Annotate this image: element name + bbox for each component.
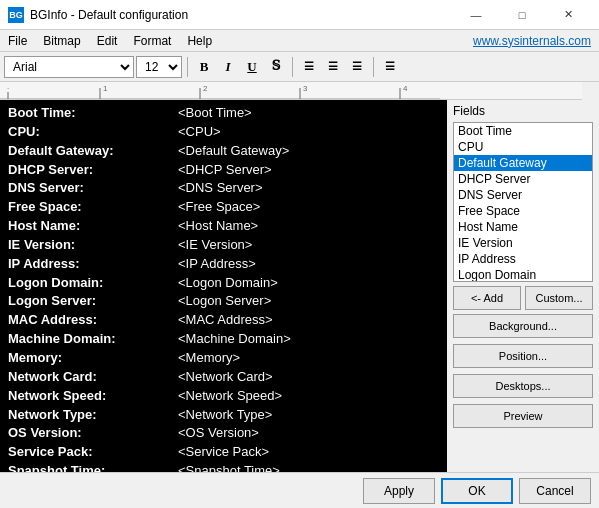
canvas-value: <Network Speed> <box>178 387 282 406</box>
titlebar: BG BGInfo - Default configuration — □ ✕ <box>0 0 599 30</box>
bold-button[interactable]: B <box>193 56 215 78</box>
canvas-value: <DHCP Server> <box>178 161 272 180</box>
close-button[interactable]: ✕ <box>545 0 591 30</box>
field-item[interactable]: CPU <box>454 139 592 155</box>
canvas-label: Machine Domain: <box>8 330 178 349</box>
canvas-line: Network Speed:<Network Speed> <box>8 387 439 406</box>
canvas-label: Logon Domain: <box>8 274 178 293</box>
app-icon-label: BG <box>9 10 23 20</box>
italic-button[interactable]: I <box>217 56 239 78</box>
svg-text:1: 1 <box>103 84 108 93</box>
fields-list[interactable]: Boot TimeCPUDefault GatewayDHCP ServerDN… <box>453 122 593 282</box>
size-selector[interactable]: 12 <box>136 56 182 78</box>
canvas-value: <Logon Domain> <box>178 274 278 293</box>
field-item[interactable]: Host Name <box>454 219 592 235</box>
field-item[interactable]: IP Address <box>454 251 592 267</box>
cancel-button[interactable]: Cancel <box>519 478 591 504</box>
strikethrough-button[interactable]: 𝕊 <box>265 56 287 78</box>
menubar: File Bitmap Edit Format Help www.sysinte… <box>0 30 599 52</box>
canvas-line: Service Pack:<Service Pack> <box>8 443 439 462</box>
canvas-value: <Logon Server> <box>178 292 271 311</box>
right-panel: Fields Boot TimeCPUDefault GatewayDHCP S… <box>447 100 599 472</box>
align-left-button[interactable]: ☰ <box>298 56 320 78</box>
apply-button[interactable]: Apply <box>363 478 435 504</box>
canvas-line: Memory:<Memory> <box>8 349 439 368</box>
canvas-label: Boot Time: <box>8 104 178 123</box>
font-selector[interactable]: Arial <box>4 56 134 78</box>
canvas-label: Network Card: <box>8 368 178 387</box>
align-center-button[interactable]: ☰ <box>322 56 344 78</box>
desktops-button[interactable]: Desktops... <box>453 374 593 398</box>
canvas-label: Logon Server: <box>8 292 178 311</box>
canvas-line: Machine Domain:<Machine Domain> <box>8 330 439 349</box>
add-custom-row: <- Add Custom... <box>453 286 593 310</box>
align-right-button[interactable]: ☰ <box>346 56 368 78</box>
canvas-value: <Default Gateway> <box>178 142 289 161</box>
canvas-line: MAC Address:<MAC Address> <box>8 311 439 330</box>
toolbar-separator-2 <box>292 57 293 77</box>
custom-button[interactable]: Custom... <box>525 286 593 310</box>
canvas-value: <Machine Domain> <box>178 330 291 349</box>
canvas-line: CPU:<CPU> <box>8 123 439 142</box>
add-button[interactable]: <- Add <box>453 286 521 310</box>
canvas-line: DHCP Server:<DHCP Server> <box>8 161 439 180</box>
window-title: BGInfo - Default configuration <box>30 8 453 22</box>
field-item[interactable]: Boot Time <box>454 123 592 139</box>
canvas-line: Host Name:<Host Name> <box>8 217 439 236</box>
minimize-button[interactable]: — <box>453 0 499 30</box>
field-item[interactable]: Free Space <box>454 203 592 219</box>
bottom-bar: Apply OK Cancel <box>0 472 599 508</box>
field-item[interactable]: Default Gateway <box>454 155 592 171</box>
canvas-value: <DNS Server> <box>178 179 263 198</box>
canvas-line: Snapshot Time:<Snapshot Time> <box>8 462 439 472</box>
canvas-value: <Service Pack> <box>178 443 269 462</box>
canvas-label: OS Version: <box>8 424 178 443</box>
field-item[interactable]: DHCP Server <box>454 171 592 187</box>
canvas-line: IE Version:<IE Version> <box>8 236 439 255</box>
canvas-label: Service Pack: <box>8 443 178 462</box>
canvas-line: IP Address:<IP Address> <box>8 255 439 274</box>
canvas-line: Logon Server:<Logon Server> <box>8 292 439 311</box>
canvas-label: DHCP Server: <box>8 161 178 180</box>
canvas-label: IP Address: <box>8 255 178 274</box>
canvas-line: Default Gateway:<Default Gateway> <box>8 142 439 161</box>
menu-edit[interactable]: Edit <box>89 30 126 51</box>
menu-format[interactable]: Format <box>125 30 179 51</box>
canvas-label: CPU: <box>8 123 178 142</box>
canvas-line: DNS Server:<DNS Server> <box>8 179 439 198</box>
maximize-button[interactable]: □ <box>499 0 545 30</box>
svg-text:2: 2 <box>203 84 208 93</box>
canvas-value: <Snapshot Time> <box>178 462 280 472</box>
ok-button[interactable]: OK <box>441 478 513 504</box>
canvas-label: Default Gateway: <box>8 142 178 161</box>
canvas-label: Network Speed: <box>8 387 178 406</box>
canvas-label: DNS Server: <box>8 179 178 198</box>
position-button[interactable]: Position... <box>453 344 593 368</box>
field-item[interactable]: Logon Domain <box>454 267 592 282</box>
menu-help[interactable]: Help <box>179 30 220 51</box>
underline-button[interactable]: U <box>241 56 263 78</box>
field-item[interactable]: DNS Server <box>454 187 592 203</box>
canvas-value: <CPU> <box>178 123 221 142</box>
background-button[interactable]: Background... <box>453 314 593 338</box>
canvas-label: Snapshot Time: <box>8 462 178 472</box>
main-area: Boot Time:<Boot Time>CPU:<CPU>Default Ga… <box>0 100 599 472</box>
canvas-value: <IE Version> <box>178 236 252 255</box>
canvas-line: OS Version:<OS Version> <box>8 424 439 443</box>
canvas-value: <OS Version> <box>178 424 259 443</box>
preview-button[interactable]: Preview <box>453 404 593 428</box>
canvas-value: <MAC Address> <box>178 311 273 330</box>
field-item[interactable]: IE Version <box>454 235 592 251</box>
list-button[interactable]: ☰ <box>379 56 401 78</box>
canvas-label: MAC Address: <box>8 311 178 330</box>
text-canvas[interactable]: Boot Time:<Boot Time>CPU:<CPU>Default Ga… <box>0 100 447 472</box>
sysinternals-link[interactable]: www.sysinternals.com <box>465 32 599 50</box>
fields-label: Fields <box>453 104 593 118</box>
canvas-value: <Memory> <box>178 349 240 368</box>
menu-file[interactable]: File <box>0 30 35 51</box>
app-icon: BG <box>8 7 24 23</box>
canvas-value: <Free Space> <box>178 198 260 217</box>
svg-text:3: 3 <box>303 84 308 93</box>
ruler: · 1 2 3 4 <box>0 82 582 100</box>
menu-bitmap[interactable]: Bitmap <box>35 30 88 51</box>
